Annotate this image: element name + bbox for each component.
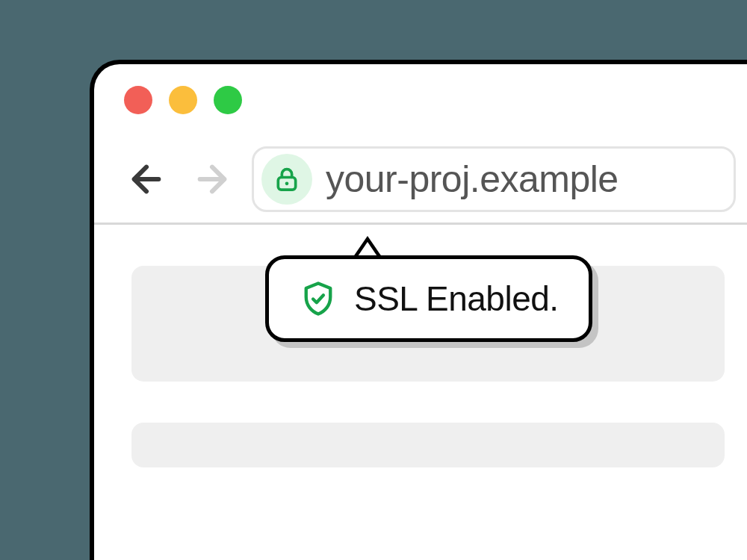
window-close-button[interactable] [124,86,152,114]
forward-button[interactable] [186,153,238,205]
popover-message: SSL Enabled. [354,279,559,319]
url-text: your-proj.example [326,158,619,201]
arrow-right-icon [191,158,233,200]
window-titlebar [94,64,747,135]
back-button[interactable] [120,153,173,205]
arrow-left-icon [125,158,167,200]
shield-check-icon [299,279,338,318]
address-bar[interactable]: your-proj.example [252,146,736,212]
browser-toolbar: your-proj.example [94,135,747,225]
window-minimize-button[interactable] [169,86,197,114]
content-placeholder [131,423,725,467]
window-maximize-button[interactable] [214,86,242,114]
lock-icon [272,164,302,194]
ssl-popover: SSL Enabled. [265,255,592,342]
ssl-lock-badge[interactable] [261,154,312,205]
svg-point-1 [285,181,289,185]
